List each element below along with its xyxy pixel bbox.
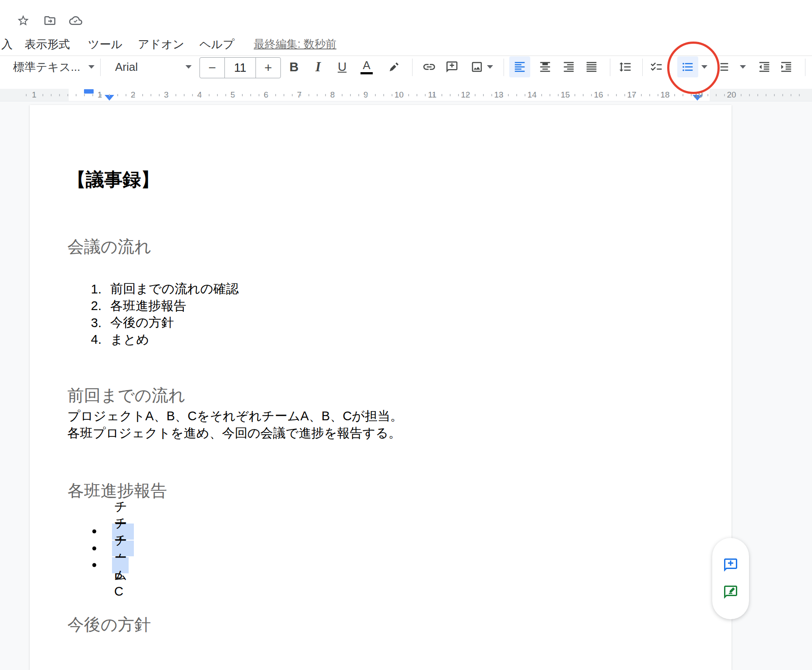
toolbar-separator	[805, 59, 805, 76]
ruler-tick	[508, 94, 509, 96]
align-right-button[interactable]	[558, 56, 579, 77]
ruler-number: 11	[428, 90, 437, 100]
ruler-tick	[541, 94, 542, 96]
agenda-numbered-list: 1. 前回までの流れの確認 2. 各班進捗報告 3. 今後の方針 4. まとめ	[67, 281, 238, 348]
ruler-tick	[441, 94, 442, 96]
folder-move-icon[interactable]	[43, 14, 56, 27]
ruler-number: 19	[693, 90, 703, 100]
ruler-tick	[500, 94, 500, 96]
toolbar-separator	[642, 59, 643, 76]
ruler-tick	[217, 94, 218, 96]
ruler-tick	[101, 94, 102, 96]
ruler-tick	[350, 94, 351, 96]
bold-button[interactable]: B	[284, 56, 304, 77]
menu-format[interactable]: 表示形式	[24, 37, 70, 52]
ruler-tick	[550, 94, 550, 96]
ruler-number: 10	[394, 90, 403, 100]
ruler-tick	[491, 94, 492, 96]
font-selector[interactable]: Arial	[108, 56, 194, 77]
ruler-number: 16	[594, 90, 603, 100]
align-left-button[interactable]	[509, 56, 530, 77]
font-size-input[interactable]: 11	[224, 58, 256, 78]
ruler-tick	[76, 94, 77, 96]
document-page[interactable]: 【議事録】 会議の流れ 1. 前回までの流れの確認 2. 各班進捗報告 3. 今…	[30, 105, 732, 670]
bullet-dot	[92, 563, 96, 567]
ruler-tick	[716, 94, 717, 96]
align-justify-button[interactable]	[581, 56, 602, 77]
ruler-tick	[84, 94, 85, 96]
ruler-number: 15	[560, 90, 570, 100]
add-comment-button[interactable]	[441, 56, 462, 77]
ruler-tick	[42, 94, 43, 96]
suggest-edits-button[interactable]	[720, 582, 741, 603]
ruler-tick	[525, 94, 525, 96]
increase-indent-button[interactable]	[776, 56, 797, 77]
checklist-button[interactable]	[646, 56, 667, 77]
ruler-tick	[458, 94, 459, 96]
list-item: 1. 前回までの流れの確認	[67, 281, 238, 298]
highlight-color-button[interactable]	[383, 56, 404, 77]
insert-image-button[interactable]	[465, 56, 498, 77]
chevron-down-icon	[88, 65, 94, 69]
menu-insert-partial[interactable]: 入	[1, 37, 13, 52]
menu-addons[interactable]: アドオン	[138, 37, 184, 52]
ruler-tick	[367, 94, 368, 96]
insert-link-button[interactable]	[419, 56, 440, 77]
ruler-tick	[707, 94, 708, 96]
bulleted-list-options-arrow[interactable]	[699, 56, 710, 77]
ruler-tick	[658, 94, 658, 96]
menu-tools[interactable]: ツール	[88, 37, 122, 52]
ruler-tick	[624, 94, 625, 96]
paragraph-line: プロジェクトA、B、CをそれぞれチームA、B、Cが担当。	[67, 408, 403, 425]
chevron-down-icon	[740, 65, 746, 69]
ruler-tick	[51, 94, 52, 96]
ruler-tick	[325, 94, 326, 96]
ruler-margin-number: 1	[32, 90, 37, 100]
bulleted-list-button[interactable]	[677, 56, 698, 77]
ruler-number: 18	[660, 90, 669, 100]
workspace: 【議事録】 会議の流れ 1. 前回までの流れの確認 2. 各班進捗報告 3. 今…	[0, 101, 812, 670]
ruler-tick	[791, 94, 791, 96]
ruler: 1 1234567891011121314151617181920	[0, 89, 812, 101]
text-color-button[interactable]: A	[356, 56, 377, 77]
toolbar-separator	[100, 59, 101, 76]
list-item: 3. 今後の方針	[67, 314, 238, 332]
last-edit-link[interactable]: 最終編集: 数秒前	[254, 37, 336, 51]
ruler-tick	[558, 94, 559, 96]
document-title-text: 【議事録】	[67, 168, 159, 192]
paragraph-style-label: 標準テキス...	[13, 59, 80, 75]
font-size-decrease-button[interactable]: −	[200, 58, 224, 78]
first-line-indent-marker[interactable]	[84, 89, 94, 94]
line-spacing-button[interactable]	[615, 56, 636, 77]
ruler-tick	[317, 94, 318, 96]
star-icon[interactable]	[17, 14, 30, 27]
ruler-tick	[732, 94, 733, 96]
toolbar-separator	[412, 59, 413, 76]
decrease-indent-button[interactable]	[754, 56, 775, 77]
ruler-tick	[666, 94, 667, 96]
list-item: 2. 各班進捗報告	[67, 298, 238, 315]
font-size-increase-button[interactable]: +	[256, 58, 280, 78]
italic-button[interactable]: I	[308, 56, 329, 77]
numbered-list-button[interactable]	[713, 56, 734, 77]
ruler-tick	[649, 94, 650, 96]
menu-help[interactable]: ヘルプ	[200, 37, 234, 52]
paragraph-style-selector[interactable]: 標準テキス...	[10, 56, 96, 77]
add-comment-floating-button[interactable]	[720, 555, 741, 576]
numbered-list-options-arrow[interactable]	[738, 56, 748, 77]
align-center-button[interactable]	[535, 56, 556, 77]
cloud-check-icon[interactable]	[69, 14, 82, 27]
ruler-tick	[167, 94, 168, 96]
toolbar-separator	[504, 59, 504, 76]
chevron-down-icon	[487, 65, 493, 69]
ruler-tick	[392, 94, 392, 96]
ruler-tick	[483, 94, 484, 96]
heading-future: 今後の方針	[67, 614, 151, 636]
ruler-number: 13	[494, 90, 503, 100]
ruler-tick	[200, 94, 201, 96]
underline-button[interactable]: U	[332, 56, 353, 77]
ruler-tick	[192, 94, 193, 96]
font-size-control: − 11 +	[200, 57, 281, 78]
ruler-tick	[333, 94, 334, 96]
ruler-tick	[142, 94, 143, 96]
